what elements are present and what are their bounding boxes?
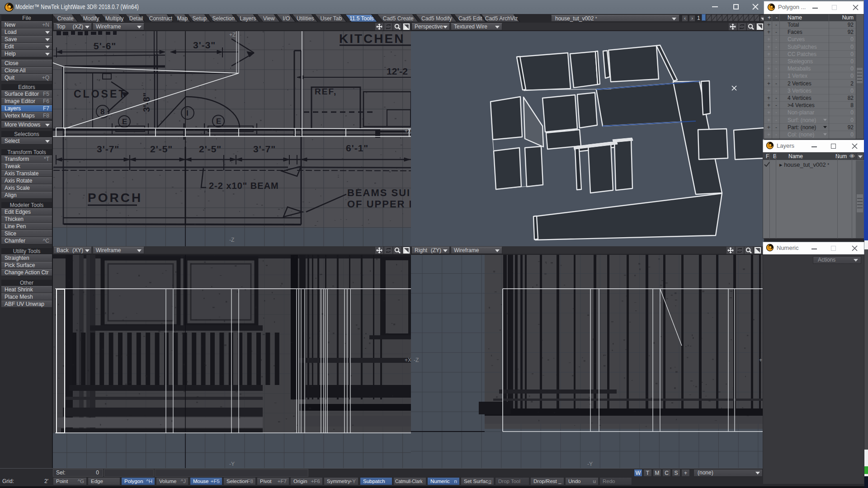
- svg-text:PORCH: PORCH: [88, 191, 142, 205]
- svg-text:I: I: [186, 109, 189, 117]
- svg-text:+X: +X: [405, 357, 411, 363]
- svg-text:-Z: -Z: [229, 237, 234, 243]
- svg-text:3'-7": 3'-7": [97, 144, 119, 154]
- svg-text:E: E: [122, 117, 127, 126]
- svg-text:-Y: -Y: [229, 461, 235, 467]
- svg-text:8: 8: [100, 108, 104, 116]
- svg-text:3'-3": 3'-3": [193, 40, 216, 50]
- svg-text:+Z: +Z: [229, 32, 236, 38]
- svg-text:REF,: REF,: [315, 87, 337, 96]
- svg-text:OF UPPER I: OF UPPER I: [347, 198, 411, 210]
- svg-text:BEAMS SUI: BEAMS SUI: [347, 187, 410, 198]
- svg-text:5'-6": 5'-6": [94, 41, 116, 51]
- svg-text:CLOSET: CLOSET: [74, 88, 127, 100]
- svg-text:3'-7": 3'-7": [253, 144, 276, 154]
- svg-text:-Y: -Y: [587, 461, 593, 467]
- svg-text:E: E: [216, 117, 221, 126]
- svg-text:2-2 x10" BEAM: 2-2 x10" BEAM: [209, 181, 279, 191]
- svg-text:12'-2: 12'-2: [387, 66, 408, 76]
- svg-text:2'-5": 2'-5": [150, 144, 173, 154]
- svg-text:+: +: [759, 357, 762, 363]
- svg-text:-Z: -Z: [414, 357, 419, 363]
- svg-text:6'-1": 6'-1": [346, 143, 368, 153]
- svg-text:2'-5": 2'-5": [199, 144, 222, 154]
- svg-text:KITCHEN: KITCHEN: [339, 32, 405, 46]
